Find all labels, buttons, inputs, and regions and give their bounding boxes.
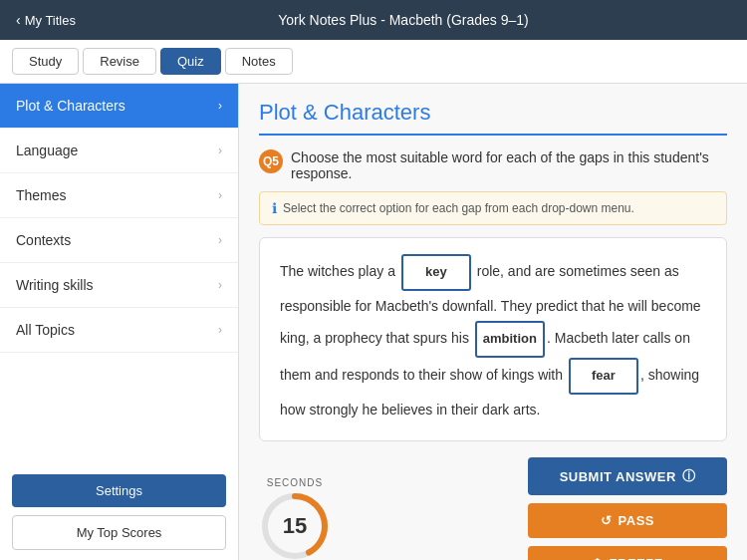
chevron-right-icon: ›: [218, 278, 222, 292]
sidebar-item-label: All Topics: [16, 322, 75, 338]
sidebar-bottom: Settings My Top Scores: [0, 462, 238, 560]
back-label: My Titles: [25, 13, 76, 28]
main-content: Plot & Characters Q5 Choose the most sui…: [239, 84, 747, 560]
sidebar-item-writing-skills[interactable]: Writing skills ›: [0, 263, 238, 308]
tab-quiz[interactable]: Quiz: [160, 48, 221, 75]
bottom-row: SECONDS 15 SUBMIT ANSWER ⓘ ↺ PASS: [259, 457, 727, 560]
sidebar-item-contexts[interactable]: Contexts ›: [0, 218, 238, 263]
sidebar-item-label: Writing skills: [16, 277, 94, 293]
tab-notes[interactable]: Notes: [225, 48, 293, 75]
sidebar-item-label: Plot & Characters: [16, 98, 125, 114]
instruction-text: Select the correct option for each gap f…: [283, 201, 634, 215]
tab-revise[interactable]: Revise: [83, 48, 156, 75]
main-layout: Plot & Characters › Language › Themes › …: [0, 84, 747, 560]
pass-icon: ↺: [601, 513, 613, 528]
sidebar: Plot & Characters › Language › Themes › …: [0, 84, 239, 560]
sidebar-item-themes[interactable]: Themes ›: [0, 173, 238, 218]
chevron-right-icon: ›: [218, 233, 222, 247]
chevron-right-icon: ›: [218, 323, 222, 337]
gap-dropdown-3[interactable]: fear: [569, 358, 638, 395]
timer-label: SECONDS: [267, 477, 323, 488]
submit-answer-button[interactable]: SUBMIT ANSWER ⓘ: [528, 457, 727, 495]
tab-study[interactable]: Study: [12, 48, 79, 75]
freeze-button[interactable]: ❄ FREEZE: [528, 546, 727, 560]
back-button[interactable]: ‹ My Titles: [16, 12, 76, 28]
chevron-right-icon: ›: [218, 188, 222, 202]
freeze-label: FREEZE: [610, 556, 663, 560]
chevron-left-icon: ‹: [16, 12, 21, 28]
gap-dropdown-1[interactable]: key: [401, 254, 471, 291]
page-title: Plot & Characters: [259, 100, 727, 136]
app-header: ‹ My Titles York Notes Plus - Macbeth (G…: [0, 0, 747, 40]
question-text: Choose the most suitable word for each o…: [291, 149, 727, 181]
top-scores-button[interactable]: My Top Scores: [12, 515, 226, 550]
info-icon: ℹ: [272, 200, 277, 216]
settings-button[interactable]: Settings: [12, 474, 226, 507]
submit-icon: ⓘ: [682, 467, 696, 485]
answer-box: The witches play a key role, and are som…: [259, 237, 727, 441]
sidebar-item-plot-characters[interactable]: Plot & Characters ›: [0, 84, 238, 129]
gap-dropdown-2[interactable]: ambition: [475, 321, 545, 358]
header-title: York Notes Plus - Macbeth (Grades 9–1): [76, 12, 731, 28]
instruction-bar: ℹ Select the correct option for each gap…: [259, 191, 727, 225]
question-badge: Q5: [259, 149, 283, 173]
sidebar-item-label: Themes: [16, 187, 67, 203]
sidebar-item-label: Language: [16, 142, 78, 158]
action-buttons: SUBMIT ANSWER ⓘ ↺ PASS ❄ FREEZE: [528, 457, 727, 560]
passage-part-1: The witches play a: [280, 263, 399, 279]
sidebar-item-label: Contexts: [16, 232, 71, 248]
chevron-right-icon: ›: [218, 99, 222, 113]
tab-bar: Study Revise Quiz Notes: [0, 40, 747, 84]
question-header: Q5 Choose the most suitable word for eac…: [259, 149, 727, 181]
pass-label: PASS: [619, 513, 654, 528]
sidebar-item-all-topics[interactable]: All Topics ›: [0, 308, 238, 353]
sidebar-item-language[interactable]: Language ›: [0, 129, 238, 173]
timer-value: 15: [283, 513, 307, 539]
submit-label: SUBMIT ANSWER: [560, 469, 676, 484]
pass-button[interactable]: ↺ PASS: [528, 503, 727, 538]
chevron-right-icon: ›: [218, 143, 222, 157]
timer: SECONDS 15: [259, 477, 331, 560]
timer-circle: 15: [259, 490, 331, 560]
freeze-icon: ❄: [592, 556, 604, 560]
